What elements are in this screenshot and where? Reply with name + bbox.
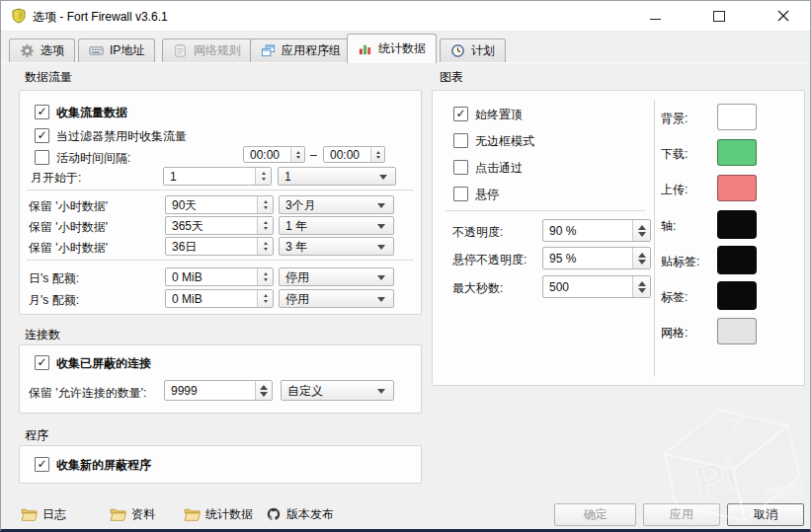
github-icon xyxy=(266,506,282,522)
download-color-swatch[interactable] xyxy=(717,139,757,166)
day-quota-spinbox[interactable]: 0 MiB xyxy=(165,267,274,286)
spinner-buttons[interactable] xyxy=(632,276,650,297)
spinner-buttons[interactable] xyxy=(255,168,271,185)
graph-group-title: 图表 xyxy=(440,69,463,86)
up-arrow-icon xyxy=(638,225,646,230)
time-range-dash: – xyxy=(310,148,317,162)
active-period-checkbox[interactable] xyxy=(35,150,49,165)
options-dialog: 选项 - Fort Firewall v3.6.1 选项 IP地址 网络规则 xyxy=(0,0,811,532)
cancel-button-label: 取消 xyxy=(754,506,777,523)
down-arrow-icon xyxy=(296,156,300,159)
spinner-buttons[interactable] xyxy=(257,217,273,234)
spinner-buttons[interactable] xyxy=(257,268,273,285)
tick-label-color-swatch[interactable] xyxy=(717,246,757,274)
day-quota-value: 0 MiB xyxy=(172,270,203,284)
spinner-buttons[interactable] xyxy=(257,196,273,213)
active-period-from-spinbox[interactable]: 00:00 xyxy=(243,146,305,163)
footer-profile-label: 资料 xyxy=(131,506,155,523)
keep-day-spinbox[interactable]: 365天 xyxy=(165,216,274,235)
upload-color-swatch[interactable] xyxy=(717,175,757,201)
collect-new-blocked-checkbox[interactable]: ✓ xyxy=(35,457,49,472)
divider xyxy=(27,190,414,190)
frameless-label: 无边框模式 xyxy=(475,133,534,150)
keep-month-combobox[interactable]: 3 年 xyxy=(279,237,394,256)
hover-label: 悬停 xyxy=(475,187,499,203)
collect-blocked-checkbox[interactable]: ✓ xyxy=(35,355,49,370)
tab-label: 计划 xyxy=(471,42,495,59)
keep-day-value: 365天 xyxy=(172,217,203,234)
tab-network-rules[interactable]: 网络规则 xyxy=(162,38,252,62)
axis-color-swatch[interactable] xyxy=(717,210,757,239)
folder-icon xyxy=(21,507,38,522)
keep-month-value: 36日 xyxy=(172,238,197,255)
opacity-label: 不透明度: xyxy=(452,224,503,241)
spinner-buttons[interactable] xyxy=(257,290,273,307)
tab-statistics[interactable]: 统计数据 xyxy=(347,34,437,63)
ok-button[interactable]: 确定 xyxy=(554,503,636,526)
spinner-buttons[interactable] xyxy=(257,238,273,255)
opacity-spinbox[interactable]: 90 % xyxy=(542,219,651,242)
max-seconds-value: 500 xyxy=(549,280,569,294)
keep-day-combobox[interactable]: 1 年 xyxy=(279,216,394,235)
up-arrow-icon xyxy=(376,151,380,154)
hover-checkbox[interactable] xyxy=(453,187,468,201)
label-color-swatch[interactable] xyxy=(717,281,757,310)
spinner-buttons[interactable] xyxy=(632,220,650,241)
tab-app-groups[interactable]: 应用程序组 xyxy=(250,38,352,62)
keep-hour-label: 保留 '小时数据' xyxy=(29,198,108,215)
footer-logs-button[interactable]: 日志 xyxy=(21,502,66,526)
up-arrow-icon xyxy=(264,294,268,297)
folder-icon xyxy=(184,507,201,522)
keep-month-spinbox[interactable]: 36日 xyxy=(165,237,274,256)
spinner-buttons[interactable] xyxy=(370,147,384,162)
month-start-spinbox[interactable]: 1 xyxy=(163,167,272,186)
collect-traffic-checkbox[interactable]: ✓ xyxy=(35,105,49,119)
down-arrow-icon xyxy=(264,227,268,230)
combo-value: 1 年 xyxy=(285,217,307,234)
max-seconds-spinbox[interactable]: 500 xyxy=(542,275,651,298)
month-quota-spinbox[interactable]: 0 MiB xyxy=(165,289,274,308)
always-on-top-checkbox[interactable]: ✓ xyxy=(453,107,468,121)
keep-allowed-combobox[interactable]: 自定义 xyxy=(281,380,394,401)
divider xyxy=(654,100,655,376)
day-quota-combobox[interactable]: 停用 xyxy=(279,267,394,286)
day-quota-label: 日's 配额: xyxy=(29,270,79,287)
up-arrow-icon xyxy=(260,385,268,390)
app-shield-icon xyxy=(11,8,27,24)
tab-ip-addresses[interactable]: IP地址 xyxy=(78,38,155,62)
clock-icon xyxy=(450,43,465,58)
tab-label: 网络规则 xyxy=(194,42,241,59)
footer-profile-button[interactable]: 资料 xyxy=(110,502,155,526)
active-period-to-spinbox[interactable]: 00:00 xyxy=(323,146,385,163)
minimize-button[interactable] xyxy=(632,1,678,31)
month-quota-label: 月's 配额: xyxy=(29,292,79,309)
maximize-button[interactable] xyxy=(696,1,742,31)
footer-releases-button[interactable]: 版本发布 xyxy=(266,502,334,526)
hover-opacity-spinbox[interactable]: 95 % xyxy=(542,247,651,269)
spinner-buttons[interactable] xyxy=(290,147,304,162)
month-quota-combobox[interactable]: 停用 xyxy=(279,289,394,308)
keep-allowed-spinbox[interactable]: 9999 xyxy=(164,380,273,401)
cancel-button[interactable]: 取消 xyxy=(727,503,804,526)
grid-color-swatch[interactable] xyxy=(717,318,757,344)
title-bar[interactable]: 选项 - Fort Firewall v3.6.1 xyxy=(1,1,810,32)
month-start-combobox[interactable]: 1 xyxy=(278,167,396,186)
background-color-swatch[interactable] xyxy=(717,104,757,130)
tab-schedule[interactable]: 计划 xyxy=(440,38,506,62)
tab-label: 选项 xyxy=(41,42,64,59)
footer-statistics-button[interactable]: 统计数据 xyxy=(184,502,253,526)
tick-label-color-label: 贴标签: xyxy=(661,254,699,270)
spinner-buttons[interactable] xyxy=(255,381,272,400)
apply-button[interactable]: 应用 xyxy=(643,503,720,526)
spinner-buttons[interactable] xyxy=(632,248,650,268)
click-through-checkbox[interactable] xyxy=(453,160,468,175)
keep-hour-combobox[interactable]: 3个月 xyxy=(279,195,394,214)
frameless-checkbox[interactable] xyxy=(453,133,468,148)
keep-hour-spinbox[interactable]: 90天 xyxy=(165,195,274,214)
chevron-down-icon xyxy=(377,203,385,208)
minimize-icon xyxy=(650,19,661,20)
tab-options[interactable]: 选项 xyxy=(9,38,75,62)
close-button[interactable] xyxy=(761,1,806,31)
month-start-label: 月开始于: xyxy=(31,170,81,187)
collect-when-disabled-checkbox[interactable]: ✓ xyxy=(35,128,49,143)
